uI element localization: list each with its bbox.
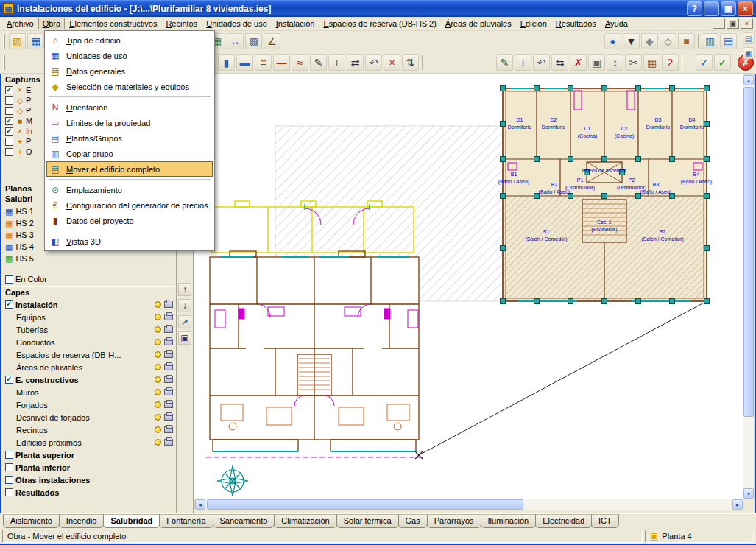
rotate-element-icon[interactable]: ↶ <box>533 54 550 71</box>
selection-handle[interactable] <box>704 122 710 127</box>
checkbox[interactable] <box>5 96 13 105</box>
order-icon[interactable]: ⇅ <box>402 54 419 71</box>
menu-item-copiar-grupo[interactable]: ▥Copiar grupo <box>46 146 213 161</box>
menu-item-limites-de-la-propiedad[interactable]: ▭Límites de la propiedad <box>46 115 213 130</box>
tab-climatización[interactable]: Climatización <box>274 514 336 528</box>
layer-color-dot[interactable] <box>155 351 161 358</box>
selection-handle[interactable] <box>670 299 675 304</box>
layer-print-icon[interactable] <box>164 314 173 320</box>
layer-color-dot[interactable] <box>155 376 161 383</box>
scroll-diagonal-icon[interactable]: ↗ <box>178 315 191 328</box>
layer-print-icon[interactable] <box>164 326 173 333</box>
layer-color-dot[interactable] <box>155 414 161 421</box>
menu-item-datos-del-proyecto[interactable]: ▮Datos del proyecto <box>46 213 213 228</box>
selection-handle[interactable] <box>704 157 710 162</box>
layer-print-icon[interactable] <box>164 414 173 421</box>
move-window-icon[interactable]: ↔ <box>227 33 244 49</box>
tab-aislamiento[interactable]: Aislamiento <box>3 514 60 528</box>
selection-handle[interactable] <box>501 246 506 251</box>
checkbox[interactable] <box>5 148 13 156</box>
plan-view-hs-5[interactable]: ▦HS 5 <box>1 253 176 264</box>
tab-saneamiento[interactable]: Saneamiento <box>213 514 275 528</box>
checkbox[interactable] <box>5 107 13 115</box>
checkbox[interactable] <box>5 451 13 459</box>
tab-electricidad[interactable]: Electricidad <box>535 514 592 528</box>
menu-instalación[interactable]: Instalación <box>272 18 319 29</box>
selection-handle[interactable] <box>568 157 573 162</box>
layer-print-icon[interactable] <box>164 351 173 358</box>
layer-color-dot[interactable] <box>155 314 161 320</box>
selection-handle[interactable] <box>501 299 506 304</box>
tab-fontanería[interactable]: Fontanería <box>159 514 213 528</box>
selection-handle[interactable] <box>636 299 641 304</box>
layer-print-icon[interactable] <box>164 426 173 433</box>
layer-tuberías[interactable]: Tuberías <box>1 323 176 336</box>
insert-node-icon[interactable]: + <box>328 54 345 71</box>
horizontal-scroll-thumb[interactable] <box>207 499 523 510</box>
menu-elementos-constructivos[interactable]: Elementos constructivos <box>65 18 161 29</box>
checkbox[interactable] <box>5 117 13 125</box>
close-button[interactable]: × <box>738 1 753 16</box>
checkbox[interactable] <box>5 86 13 94</box>
menu-item-emplazamiento[interactable]: ⊙Emplazamiento <box>46 182 213 197</box>
layer-otras-instalaciones[interactable]: Otras instalaciones <box>1 474 176 486</box>
check-ok-icon[interactable]: ✓ <box>696 54 713 71</box>
layer-print-icon[interactable] <box>164 401 173 408</box>
column-icon[interactable]: ▮ <box>218 54 235 71</box>
menu-ayuda[interactable]: Ayuda <box>601 18 632 29</box>
layer-print-icon[interactable] <box>164 376 173 383</box>
layer-resultados[interactable]: Resultados <box>1 486 176 499</box>
scroll-right-arrow[interactable]: ► <box>732 499 743 510</box>
render-view-icon[interactable]: ■ <box>678 33 695 49</box>
drawing-canvas[interactable]: D1DormitorioD2DormitorioC1(Cocina)C2(Coc… <box>194 74 743 499</box>
layer-espacios-de-reserva-db-h[interactable]: Espacios de reserva (DB-H... <box>1 348 176 361</box>
export-model-icon[interactable]: ◇ <box>660 33 676 49</box>
planta-selector[interactable]: ▣ Planta 4 <box>645 530 754 543</box>
mdi-restore-button[interactable]: ▣ <box>727 18 739 29</box>
scroll-left-arrow[interactable]: ◄ <box>195 499 205 510</box>
checkbox[interactable] <box>5 376 13 384</box>
menu-item-configuracion-generador-precios[interactable]: €Configuración del generador de precios <box>46 197 213 213</box>
draw-pencil-icon[interactable]: ✎ <box>310 54 327 71</box>
layer-color-dot[interactable] <box>155 439 161 446</box>
minimize-button[interactable]: _ <box>704 1 719 16</box>
polyline-icon[interactable]: ≈ <box>292 54 308 71</box>
open-project-icon[interactable]: ▨ <box>9 33 26 49</box>
wall-icon[interactable]: ≡ <box>255 54 272 71</box>
menu-item-plantas-grupos[interactable]: ▤Plantas/Grupos <box>46 130 213 146</box>
menu-item-unidades-de-uso[interactable]: ▦Unidades de uso <box>46 48 213 63</box>
selection-handle[interactable] <box>636 86 641 91</box>
layer-equipos[interactable]: Equipos <box>1 311 176 323</box>
selection-handle[interactable] <box>602 299 607 304</box>
menu-unidades-de-uso[interactable]: Unidades de uso <box>202 18 272 29</box>
beam-icon[interactable]: ▬ <box>236 54 253 71</box>
layer-print-icon[interactable] <box>164 439 173 446</box>
menu-resultados[interactable]: Resultados <box>551 18 601 29</box>
checkbox[interactable] <box>5 488 13 496</box>
layer-color-dot[interactable] <box>155 301 161 308</box>
tab-salubridad[interactable]: Salubridad <box>103 514 160 528</box>
menu-item-vistas-3d[interactable]: ◧Vistas 3D <box>46 233 213 249</box>
selection-handle[interactable] <box>704 299 710 304</box>
checkbox[interactable] <box>5 463 13 471</box>
menu-recintos[interactable]: Recintos <box>161 18 202 29</box>
save-project-icon[interactable]: ▦ <box>27 33 44 49</box>
trim-icon[interactable]: ✂ <box>625 54 642 71</box>
selection-handle[interactable] <box>602 157 607 162</box>
selection-handle[interactable] <box>602 86 607 91</box>
stretch-icon[interactable]: ↕ <box>607 54 623 71</box>
tab-solar-térmica[interactable]: Solar térmica <box>336 514 399 528</box>
fit-window-icon[interactable]: ▣ <box>178 331 191 345</box>
layer-desnivel-de-forjados[interactable]: Desnivel de forjados <box>1 411 176 423</box>
scroll-down-arrow[interactable]: ▼ <box>743 488 754 499</box>
copy-element-icon[interactable]: ▣ <box>588 54 605 71</box>
scroll-up-icon[interactable]: ↑ <box>178 283 191 296</box>
layer-forjados[interactable]: Forjados <box>1 398 176 411</box>
selection-handle[interactable] <box>501 157 506 162</box>
check-verify-icon[interactable]: ✓ <box>714 54 731 71</box>
renumber-icon[interactable]: 2 <box>662 54 679 71</box>
line-icon[interactable]: — <box>273 54 290 71</box>
mdi-minimize-button[interactable]: — <box>713 18 725 29</box>
view-3d-icon[interactable]: ● <box>604 33 621 49</box>
scroll-down-icon[interactable]: ↓ <box>178 299 191 312</box>
